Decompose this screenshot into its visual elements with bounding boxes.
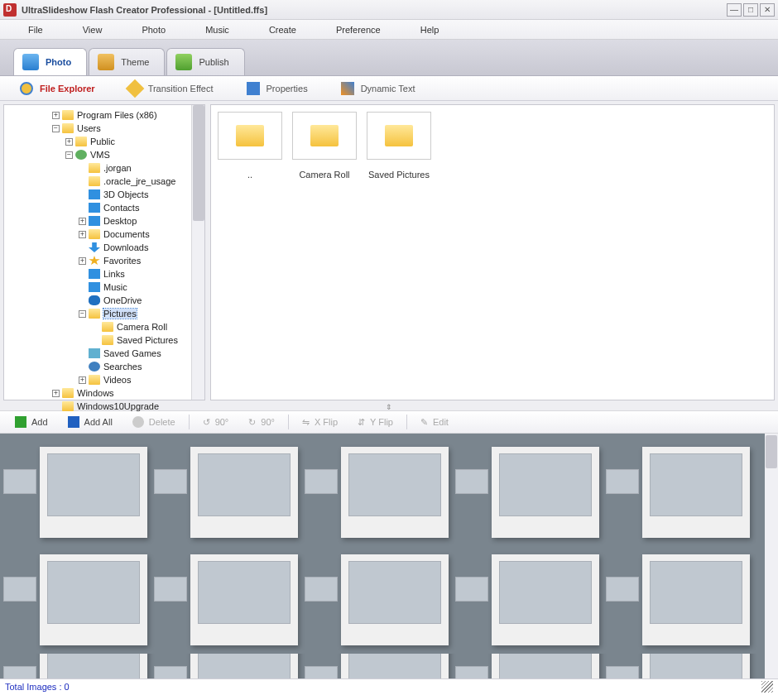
menu-preference[interactable]: Preference xyxy=(316,25,401,35)
tree-node-saved-pictures[interactable]: Saved Pictures xyxy=(6,333,204,347)
tree-node-favorites[interactable]: +Favorites xyxy=(6,254,204,267)
transition-slot[interactable] xyxy=(305,469,338,494)
tab-photo[interactable]: Photo xyxy=(13,48,87,75)
desktop-icon xyxy=(89,216,100,226)
tree-node-public[interactable]: +Public xyxy=(6,135,204,148)
tab-publish[interactable]: Publish xyxy=(166,48,244,75)
delete-button[interactable]: Delete xyxy=(124,414,184,430)
slide-placeholder[interactable] xyxy=(642,447,750,538)
tree-node-saved-games[interactable]: Saved Games xyxy=(6,347,204,360)
slide-placeholder[interactable] xyxy=(642,654,750,678)
close-button[interactable]: ✕ xyxy=(760,3,775,17)
thumbnail-browser: .. Camera Roll Saved Pictures xyxy=(210,104,775,400)
add-all-button[interactable]: Add All xyxy=(60,414,121,430)
menu-view[interactable]: View xyxy=(63,25,122,35)
folder-icon xyxy=(310,125,339,146)
rotate-right-icon: ↻ xyxy=(248,417,256,428)
folder-icon xyxy=(385,125,413,146)
thumb-camera-roll[interactable]: Camera Roll xyxy=(292,112,357,180)
slide-placeholder[interactable] xyxy=(40,654,147,678)
transition-slot[interactable] xyxy=(455,469,488,494)
thumb-saved-pictures[interactable]: Saved Pictures xyxy=(367,112,431,180)
tab-theme[interactable]: Theme xyxy=(89,48,165,75)
folder-icon xyxy=(62,401,74,411)
tree-node-downloads[interactable]: Downloads xyxy=(6,241,204,254)
menu-create[interactable]: Create xyxy=(249,25,316,35)
tree-node-searches[interactable]: Searches xyxy=(6,360,204,373)
tree-node-vms[interactable]: −VMS xyxy=(6,148,204,161)
slide-placeholder[interactable] xyxy=(40,554,147,645)
tree-node-camera-roll[interactable]: Camera Roll xyxy=(6,320,204,333)
tree-node-windows[interactable]: +Windows xyxy=(6,386,204,400)
slide-placeholder[interactable] xyxy=(492,654,599,678)
folder-tree[interactable]: +Program Files (x86) −Users +Public −VMS… xyxy=(3,104,205,400)
tree-scrollbar[interactable] xyxy=(191,105,204,400)
slide-placeholder[interactable] xyxy=(341,554,449,645)
tree-node-users[interactable]: −Users xyxy=(6,122,204,135)
transition-slot[interactable] xyxy=(305,577,338,602)
transition-slot[interactable] xyxy=(154,666,187,678)
slide-placeholder[interactable] xyxy=(190,554,298,645)
searches-icon xyxy=(89,362,100,372)
slide-placeholder[interactable] xyxy=(492,554,599,645)
subtab-label: Dynamic Text xyxy=(361,84,415,93)
rotate-right-button[interactable]: ↻90° xyxy=(240,415,283,430)
tree-node-3d-objects[interactable]: 3D Objects xyxy=(6,188,204,201)
transition-slot[interactable] xyxy=(3,577,36,602)
menu-help[interactable]: Help xyxy=(401,25,459,35)
transition-slot[interactable] xyxy=(455,666,488,678)
rotate-left-icon: ↺ xyxy=(203,417,210,428)
subtab-transition-effect[interactable]: Transition Effect xyxy=(128,82,214,95)
menu-music[interactable]: Music xyxy=(185,25,249,35)
slide-placeholder[interactable] xyxy=(341,447,449,538)
transition-slot[interactable] xyxy=(606,666,639,678)
folder-icon xyxy=(62,123,74,133)
tree-node-pictures[interactable]: −Pictures xyxy=(6,307,204,320)
transition-slot[interactable] xyxy=(305,666,338,678)
maximize-button[interactable]: □ xyxy=(743,3,758,17)
menu-photo[interactable]: Photo xyxy=(122,25,185,35)
transition-slot[interactable] xyxy=(3,469,36,494)
transition-slot[interactable] xyxy=(154,469,187,494)
slide-placeholder[interactable] xyxy=(190,654,298,678)
slide-placeholder[interactable] xyxy=(190,447,298,538)
tree-node-oracle[interactable]: .oracle_jre_usage xyxy=(6,175,204,188)
subtab-properties[interactable]: Properties xyxy=(247,82,308,95)
add-button[interactable]: Add xyxy=(7,414,56,430)
minimize-button[interactable]: — xyxy=(727,3,742,17)
tree-node-desktop[interactable]: +Desktop xyxy=(6,214,204,228)
edit-button[interactable]: ✎Edit xyxy=(412,415,457,430)
transition-slot[interactable] xyxy=(3,666,36,678)
window-title: UltraSlideshow Flash Creator Professiona… xyxy=(22,5,267,15)
app-icon xyxy=(3,3,17,17)
transition-slot[interactable] xyxy=(606,469,639,494)
timeline-scrollbar[interactable] xyxy=(765,434,778,678)
tree-node-links[interactable]: Links xyxy=(6,267,204,280)
subtab-dynamic-text[interactable]: Dynamic Text xyxy=(341,82,415,95)
subtab-file-explorer[interactable]: File Explorer xyxy=(20,82,95,95)
transition-slot[interactable] xyxy=(154,577,187,602)
tree-node-jorgan[interactable]: .jorgan xyxy=(6,161,204,175)
transition-slot[interactable] xyxy=(606,577,639,602)
slide-placeholder[interactable] xyxy=(492,447,599,538)
tree-node-contacts[interactable]: Contacts xyxy=(6,201,204,214)
slide-placeholder[interactable] xyxy=(642,554,750,645)
videos-icon xyxy=(89,375,100,385)
thumb-parent-folder[interactable]: .. xyxy=(218,112,282,180)
tree-node-program-files-x86[interactable]: +Program Files (x86) xyxy=(6,108,204,122)
x-flip-button[interactable]: ⇋X Flip xyxy=(294,415,346,430)
tree-node-windows10upgrade[interactable]: Windows10Upgrade xyxy=(6,400,204,413)
slide-placeholder[interactable] xyxy=(341,654,449,678)
y-flip-button[interactable]: ⇵Y Flip xyxy=(349,415,401,430)
menu-file[interactable]: File xyxy=(8,25,63,35)
resize-grip-icon[interactable] xyxy=(761,681,773,693)
tree-node-videos[interactable]: +Videos xyxy=(6,373,204,386)
downloads-icon xyxy=(89,242,100,252)
tree-node-onedrive[interactable]: OneDrive xyxy=(6,294,204,307)
slide-placeholder[interactable] xyxy=(40,447,147,538)
tree-node-documents[interactable]: +Documents xyxy=(6,228,204,241)
tree-node-music[interactable]: Music xyxy=(6,280,204,294)
rotate-left-button[interactable]: ↺90° xyxy=(194,415,238,430)
transition-slot[interactable] xyxy=(455,577,488,602)
tab-publish-label: Publish xyxy=(199,57,228,67)
